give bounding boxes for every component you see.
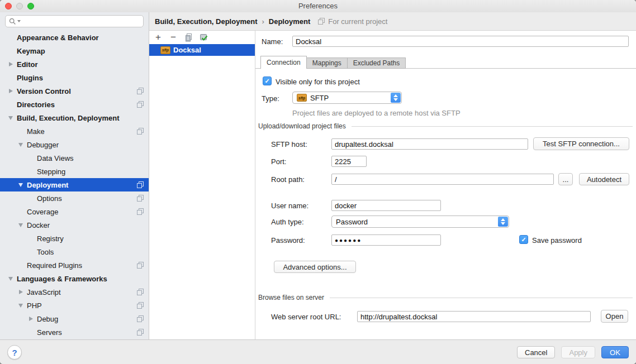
server-item-docksal[interactable]: sftp Docksal — [149, 44, 255, 56]
help-button[interactable]: ? — [7, 345, 22, 360]
sidebar-item-label: PHP — [27, 301, 42, 310]
user-name-input[interactable] — [331, 200, 441, 211]
scope-indicator: For current project — [318, 17, 387, 26]
sidebar-item-php[interactable]: PHP — [0, 299, 149, 312]
browse-root-path-button[interactable]: ... — [558, 173, 573, 185]
upload-section-label: Upload/download project files — [258, 122, 346, 130]
visible-only-label: Visible only for this project — [276, 78, 360, 86]
sidebar-item-keymap[interactable]: Keymap — [0, 44, 149, 58]
arrow-spacer — [27, 191, 35, 205]
footer-bar: ? Cancel Apply OK — [0, 339, 636, 364]
sidebar-item-label: Docker — [27, 221, 50, 229]
apply-button[interactable]: Apply — [561, 346, 595, 358]
settings-search[interactable] — [5, 15, 144, 27]
chevron-right-icon[interactable] — [27, 312, 35, 325]
sidebar-item-deployment[interactable]: Deployment — [0, 178, 149, 191]
breadcrumb-section[interactable]: Build, Execution, Deployment — [155, 17, 257, 26]
sidebar-item-label: Debug — [37, 315, 58, 323]
chevron-down-icon[interactable] — [7, 272, 15, 285]
autodetect-button[interactable]: Autodetect — [579, 173, 629, 185]
sidebar-item-editor[interactable]: Editor — [0, 58, 149, 71]
root-path-input[interactable] — [331, 174, 554, 185]
sidebar-item-label: Version Control — [17, 87, 71, 95]
sidebar-item-servers[interactable]: Servers — [0, 325, 149, 339]
open-url-button[interactable]: Open — [601, 310, 628, 323]
arrow-spacer — [7, 44, 15, 58]
browse-section-header: Browse files on server — [258, 294, 633, 301]
arrow-spacer — [27, 151, 35, 165]
sidebar-item-data-views[interactable]: Data Views — [0, 151, 149, 165]
chevron-right-icon[interactable] — [7, 84, 15, 98]
auth-type-value: Password — [336, 218, 509, 226]
use-as-default-icon[interactable] — [199, 33, 208, 42]
sidebar-item-stepping[interactable]: Stepping — [0, 165, 149, 178]
tab-mappings[interactable]: Mappings — [306, 58, 348, 69]
sidebar-item-label: Deployment — [27, 181, 68, 189]
add-server-icon[interactable]: + — [154, 33, 163, 42]
chevron-down-icon[interactable] — [17, 299, 25, 312]
chevron-down-icon[interactable] — [17, 138, 25, 151]
sidebar-item-directories[interactable]: Directories — [0, 98, 149, 111]
sftp-host-input[interactable] — [331, 138, 528, 150]
sftp-host-label: SFTP host: — [271, 140, 307, 149]
sftp-type-icon: sftp — [297, 94, 307, 102]
sidebar-item-version-control[interactable]: Version Control — [0, 84, 149, 98]
advanced-options-button[interactable]: Advanced options... — [274, 261, 356, 273]
copy-server-icon[interactable] — [184, 33, 193, 42]
sidebar-item-tools[interactable]: Tools — [0, 245, 149, 258]
sidebar-item-label: Servers — [37, 328, 62, 337]
sidebar-item-options[interactable]: Options — [0, 191, 149, 205]
chevron-down-icon[interactable] — [7, 111, 15, 124]
test-sftp-connection-button[interactable]: Test SFTP connection... — [533, 137, 629, 150]
search-filter-arrow-icon[interactable] — [17, 20, 21, 22]
section-divider — [330, 298, 633, 298]
sidebar-item-label: Build, Execution, Deployment — [17, 114, 119, 122]
web-root-label: Web server root URL: — [271, 313, 341, 321]
type-dropdown[interactable]: sftp SFTP — [292, 92, 402, 104]
sidebar-item-label: Make — [27, 127, 45, 136]
password-input[interactable] — [331, 234, 441, 246]
sidebar-item-registry[interactable]: Registry — [0, 232, 149, 245]
sidebar-item-required-plugins[interactable]: Required Plugins — [0, 258, 149, 272]
arrow-spacer — [17, 258, 25, 272]
sidebar-item-docker[interactable]: Docker — [0, 218, 149, 232]
chevron-down-icon[interactable] — [17, 218, 25, 232]
sidebar-item-build-execution-deployment[interactable]: Build, Execution, Deployment — [0, 111, 149, 124]
chevron-right-icon[interactable] — [7, 58, 15, 71]
sidebar-item-debug[interactable]: Debug — [0, 312, 149, 325]
remove-server-icon[interactable]: − — [169, 33, 178, 42]
window-title: Preferences — [0, 2, 636, 10]
sidebar-item-appearance-behavior[interactable]: Appearance & Behavior — [0, 31, 149, 44]
sidebar-item-languages-frameworks[interactable]: Languages & Frameworks — [0, 272, 149, 285]
sidebar-item-debugger[interactable]: Debugger — [0, 138, 149, 151]
breadcrumb-page[interactable]: Deployment — [269, 17, 310, 26]
search-icon — [9, 18, 21, 25]
type-hint: Project files are deployed to a remote h… — [292, 109, 461, 117]
name-input[interactable] — [292, 36, 629, 47]
browse-section-label: Browse files on server — [258, 294, 324, 301]
web-root-input[interactable] — [357, 311, 591, 322]
name-label: Name: — [262, 37, 283, 46]
sidebar-item-javascript[interactable]: JavaScript — [0, 285, 149, 299]
auth-type-dropdown[interactable]: Password — [331, 215, 509, 228]
sidebar-item-label: JavaScript — [27, 288, 61, 296]
cancel-button[interactable]: Cancel — [517, 346, 555, 358]
ok-button[interactable]: OK — [601, 346, 629, 358]
settings-tree: Appearance & BehaviorKeymapEditorPlugins… — [0, 31, 149, 339]
tab-excluded-paths[interactable]: Excluded Paths — [347, 58, 406, 69]
chevron-down-icon[interactable] — [17, 178, 25, 191]
sidebar-item-make[interactable]: Make — [0, 124, 149, 138]
port-input[interactable] — [331, 156, 367, 167]
visible-only-checkbox[interactable] — [263, 76, 272, 85]
settings-tabs: Connection Mappings Excluded Paths — [261, 56, 406, 69]
tab-connection[interactable]: Connection — [260, 56, 307, 69]
sidebar-item-label: Appearance & Behavior — [17, 33, 99, 42]
save-password-checkbox[interactable] — [519, 235, 528, 244]
user-name-label: User name: — [271, 202, 308, 210]
chevron-right-icon[interactable] — [17, 285, 25, 299]
sidebar-item-label: Required Plugins — [27, 261, 82, 270]
search-input[interactable] — [23, 17, 140, 26]
sidebar-item-plugins[interactable]: Plugins — [0, 71, 149, 84]
sidebar-item-coverage[interactable]: Coverage — [0, 205, 149, 218]
sidebar-item-label: Debugger — [27, 141, 59, 149]
